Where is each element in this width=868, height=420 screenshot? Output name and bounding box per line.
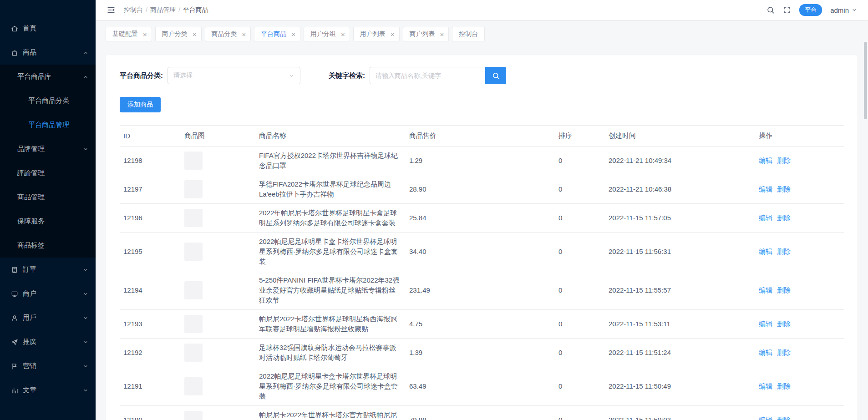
sidebar-item-platform-goods-lib[interactable]: 平台商品库 — [0, 65, 96, 89]
sidebar-item-review-manage[interactable]: 評論管理 — [0, 161, 96, 185]
delete-link[interactable]: 删除 — [777, 320, 791, 328]
cell-sort: 0 — [555, 339, 605, 367]
fullscreen-icon[interactable] — [783, 6, 791, 14]
sidebar-item-label: 商品 — [23, 48, 36, 57]
cell-created: 2022-11-15 11:50:49 — [605, 367, 755, 406]
cell-created: 2022-11-15 11:51:24 — [605, 339, 755, 367]
delete-link[interactable]: 删除 — [777, 286, 791, 294]
sidebar: 首頁 商品 平台商品库 平台商品分类 平台商品管理 品牌管理 — [0, 0, 96, 420]
sidebar-item-goods-manage[interactable]: 商品管理 — [0, 185, 96, 209]
window-scrollbar[interactable] — [864, 0, 868, 420]
add-product-button[interactable]: 添加商品 — [120, 97, 161, 112]
sidebar-item-orders[interactable]: 訂單 — [0, 258, 96, 282]
cell-id: 12198 — [120, 147, 181, 175]
topbar: 控制台 / 商品管理 / 平台商品 平台 admin — [96, 0, 868, 20]
cell-name: 5-250件PANINI FIFA世界杯卡塔尔2022年32强业余爱好官方收藏明… — [255, 271, 406, 310]
cell-created: 2022-11-15 11:57:05 — [605, 204, 755, 233]
tab-merchant-list[interactable]: 商户列表 × — [403, 27, 449, 41]
shopping-bag-icon — [11, 49, 18, 56]
chevron-down-icon — [83, 147, 88, 152]
edit-link[interactable]: 编辑 — [759, 214, 772, 222]
cell-price: 231.49 — [406, 271, 555, 310]
tab-merchant-category[interactable]: 商户分类 × — [155, 27, 202, 41]
column-header-sort: 排序 — [555, 126, 605, 147]
delete-link[interactable]: 删除 — [777, 157, 791, 164]
tab-user-list[interactable]: 用户列表 × — [353, 27, 400, 41]
close-icon[interactable]: × — [340, 31, 346, 38]
search-icon[interactable] — [766, 6, 775, 14]
cell-id: 12192 — [120, 339, 181, 367]
close-icon[interactable]: × — [241, 31, 247, 38]
sidebar-item-promotion[interactable]: 推廣 — [0, 330, 96, 354]
close-icon[interactable]: × — [192, 31, 198, 38]
tab-user-group[interactable]: 用户分组 × — [304, 27, 350, 41]
product-image — [184, 411, 203, 420]
delete-link[interactable]: 删除 — [777, 382, 791, 390]
cell-id: 12190 — [120, 406, 181, 420]
sidebar-item-label: 商品标签 — [17, 241, 45, 250]
delete-link[interactable]: 删除 — [777, 416, 791, 420]
cell-price: 63.49 — [406, 367, 555, 406]
cell-sort: 0 — [555, 233, 605, 271]
sidebar-item-marketing[interactable]: 营销 — [0, 354, 96, 378]
cell-sort: 0 — [555, 310, 605, 339]
sidebar-item-goods[interactable]: 商品 — [0, 40, 96, 65]
tab-goods-category[interactable]: 商品分类 × — [205, 27, 251, 41]
sidebar-item-merchants[interactable]: 商户 — [0, 282, 96, 306]
user-menu[interactable]: admin — [830, 6, 857, 14]
user-icon — [11, 314, 18, 322]
delete-link[interactable]: 删除 — [777, 349, 791, 356]
product-image — [184, 209, 203, 227]
cell-price: 1.29 — [406, 147, 555, 175]
close-icon[interactable]: × — [439, 31, 445, 38]
cell-price: 1.39 — [406, 339, 555, 367]
role-badge: 平台 — [799, 4, 822, 16]
sidebar-collapse-icon[interactable] — [107, 5, 116, 15]
keyword-input[interactable] — [370, 67, 485, 84]
sidebar-item-label: 用戶 — [23, 314, 36, 322]
category-select[interactable]: 请选择 — [168, 67, 300, 84]
content-area: 平台商品分类: 请选择 关键字检索: 添加商品 — [96, 48, 868, 420]
keyword-filter-label: 关键字检索: — [329, 71, 365, 80]
close-icon[interactable]: × — [142, 31, 148, 38]
sidebar-item-brand-manage[interactable]: 品牌管理 — [0, 137, 96, 161]
column-header-id: ID — [120, 126, 181, 147]
sidebar-item-articles[interactable]: 文章 — [0, 378, 96, 402]
table-row: 12193 帕尼尼2022卡塔尔世界杯足球明星梅西海报冠军联赛足球明星增贴海报粉… — [120, 310, 844, 339]
edit-link[interactable]: 编辑 — [759, 349, 772, 356]
edit-link[interactable]: 编辑 — [759, 320, 772, 328]
sidebar-item-goods-tag[interactable]: 商品标签 — [0, 233, 96, 258]
product-image — [184, 243, 203, 261]
edit-link[interactable]: 编辑 — [759, 248, 772, 255]
breadcrumb-item[interactable]: 控制台 — [124, 6, 143, 14]
tab-platform-goods[interactable]: 平台商品 × — [254, 27, 300, 41]
chevron-down-icon — [83, 364, 88, 369]
cell-id: 12194 — [120, 271, 181, 310]
cell-created: 2022-11-15 11:53:11 — [605, 310, 755, 339]
sidebar-item-platform-goods-manage[interactable]: 平台商品管理 — [0, 113, 96, 137]
edit-link[interactable]: 编辑 — [759, 157, 772, 164]
sidebar-item-users[interactable]: 用戶 — [0, 306, 96, 330]
sidebar-item-guarantee-service[interactable]: 保障服务 — [0, 209, 96, 233]
delete-link[interactable]: 删除 — [777, 214, 791, 222]
search-button[interactable] — [485, 67, 506, 84]
edit-link[interactable]: 编辑 — [759, 185, 772, 193]
edit-link[interactable]: 编辑 — [759, 286, 772, 294]
sidebar-item-platform-goods-category[interactable]: 平台商品分类 — [0, 89, 96, 113]
tab-base-config[interactable]: 基礎配置 × — [106, 27, 152, 41]
edit-link[interactable]: 编辑 — [759, 416, 772, 420]
breadcrumb-item[interactable]: 商品管理 — [150, 6, 176, 14]
cell-created: 2022-11-21 10:49:34 — [605, 147, 755, 175]
order-document-icon — [11, 266, 18, 273]
scrollbar-thumb[interactable] — [864, 42, 867, 119]
chevron-down-icon — [852, 7, 857, 13]
chevron-down-icon — [83, 339, 88, 345]
sidebar-item-home[interactable]: 首頁 — [0, 16, 96, 40]
close-icon[interactable]: × — [290, 31, 296, 38]
delete-link[interactable]: 删除 — [777, 185, 791, 193]
close-icon[interactable]: × — [390, 31, 396, 38]
tab-console[interactable]: 控制台 — [452, 27, 485, 41]
edit-link[interactable]: 编辑 — [759, 382, 772, 390]
cell-sort: 0 — [555, 147, 605, 175]
delete-link[interactable]: 删除 — [777, 248, 791, 255]
